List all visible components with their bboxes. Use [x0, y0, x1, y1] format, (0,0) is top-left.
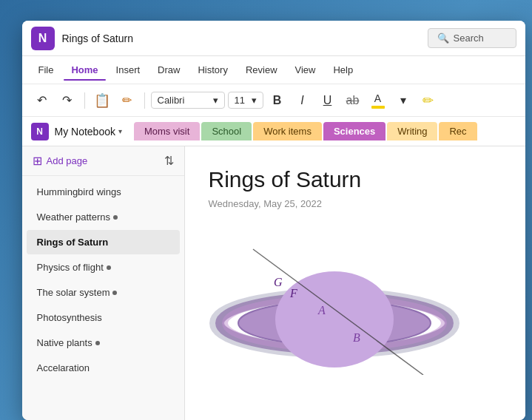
highlight-button[interactable]: ✏ [417, 89, 440, 112]
menu-view[interactable]: View [288, 60, 323, 80]
underline-button[interactable]: U [317, 89, 339, 112]
menu-home[interactable]: Home [64, 60, 105, 80]
note-date: Wednesday, May 25, 2022 [209, 198, 502, 209]
svg-text:A: A [317, 304, 326, 316]
toolbar: ↶ ↷ 📋 ✏ Calibri ▾ 11 ▾ B I U ab A ▾ ✏ [22, 84, 525, 117]
font-size-selector[interactable]: 11 ▾ [228, 92, 263, 109]
notebook-bar: N My Notebook ▾ Moms visit School Work i… [22, 117, 525, 146]
notebook-icon: N [31, 123, 49, 140]
menu-draw[interactable]: Draw [150, 60, 187, 80]
saturn-svg: G F A B [209, 227, 460, 375]
notebook-name[interactable]: My Notebook ▾ [55, 126, 122, 138]
titlebar: N Rings of Saturn 🔍 Search [22, 21, 525, 56]
page-item-plants[interactable]: Native plants [27, 331, 180, 355]
note-content: Rings of Saturn Wednesday, May 25, 2022 … [185, 146, 525, 420]
sections-scroll: Moms visit School Work items Sciences Wr… [134, 122, 516, 140]
svg-text:G: G [274, 276, 283, 288]
notebook-chevron-icon: ▾ [118, 127, 122, 135]
search-box[interactable]: 🔍 Search [428, 28, 516, 48]
sidebar-header: ⊞ Add page ⇅ [22, 146, 184, 176]
menu-history[interactable]: History [190, 60, 235, 80]
section-tab-sciences[interactable]: Sciences [323, 122, 385, 140]
page-dot [95, 341, 100, 345]
svg-point-4 [275, 271, 394, 368]
page-item-photo[interactable]: Photosynthesis [27, 305, 180, 330]
format-painter-button[interactable]: ✏ [116, 89, 138, 112]
window-title: Rings of Saturn [62, 33, 420, 44]
menu-file[interactable]: File [31, 60, 61, 80]
page-item-weather[interactable]: Weather patterns [27, 205, 180, 229]
onenote-logo: N [31, 27, 55, 50]
page-dot [112, 291, 117, 295]
page-item-accel[interactable]: Accelaration [27, 356, 180, 380]
menu-review[interactable]: Review [238, 60, 285, 80]
svg-text:F: F [289, 287, 297, 299]
note-title[interactable]: Rings of Saturn [209, 167, 502, 192]
sidebar: ⊞ Add page ⇅ Hummingbird wings Weather p… [22, 146, 185, 420]
section-tab-writing[interactable]: Writing [387, 122, 437, 140]
section-tab-rec[interactable]: Rec [439, 122, 477, 140]
italic-button[interactable]: I [292, 89, 314, 112]
main-content: ⊞ Add page ⇅ Hummingbird wings Weather p… [22, 146, 525, 420]
search-icon: 🔍 [437, 33, 449, 44]
font-color-dropdown[interactable]: ▾ [392, 89, 414, 112]
menu-insert[interactable]: Insert [109, 60, 148, 80]
add-page-icon: ⊞ [33, 154, 42, 168]
font-color-button[interactable]: A [367, 89, 389, 112]
bold-button[interactable]: B [266, 89, 289, 112]
toolbar-separator-2 [144, 92, 145, 109]
font-color-bar [371, 106, 385, 109]
section-tab-work[interactable]: Work items [253, 122, 322, 140]
page-item-physics[interactable]: Physics of flight [27, 255, 180, 280]
toolbar-separator [84, 92, 85, 109]
page-item-rings[interactable]: Rings of Saturn [27, 230, 180, 254]
saturn-diagram: G F A B [209, 227, 502, 375]
page-list: Hummingbird wings Weather patterns Rings… [22, 176, 184, 420]
svg-text:B: B [353, 331, 360, 344]
page-item-hummingbird[interactable]: Hummingbird wings [27, 180, 180, 204]
font-selector[interactable]: Calibri ▾ [151, 92, 225, 109]
paste-button[interactable]: 📋 [91, 89, 113, 112]
page-item-solar[interactable]: The solar system [27, 280, 180, 305]
add-page-button[interactable]: ⊞ Add page [33, 154, 88, 168]
redo-button[interactable]: ↷ [56, 89, 78, 112]
page-dot [113, 215, 118, 220]
menu-help[interactable]: Help [326, 60, 360, 80]
section-tab-moms[interactable]: Moms visit [134, 122, 200, 140]
section-tab-school[interactable]: School [201, 122, 252, 140]
menubar: File Home Insert Draw History Review Vie… [22, 56, 525, 84]
undo-button[interactable]: ↶ [31, 89, 53, 112]
strikethrough-button[interactable]: ab [342, 89, 364, 112]
page-dot [107, 265, 111, 270]
sort-icon[interactable]: ⇅ [164, 154, 174, 168]
